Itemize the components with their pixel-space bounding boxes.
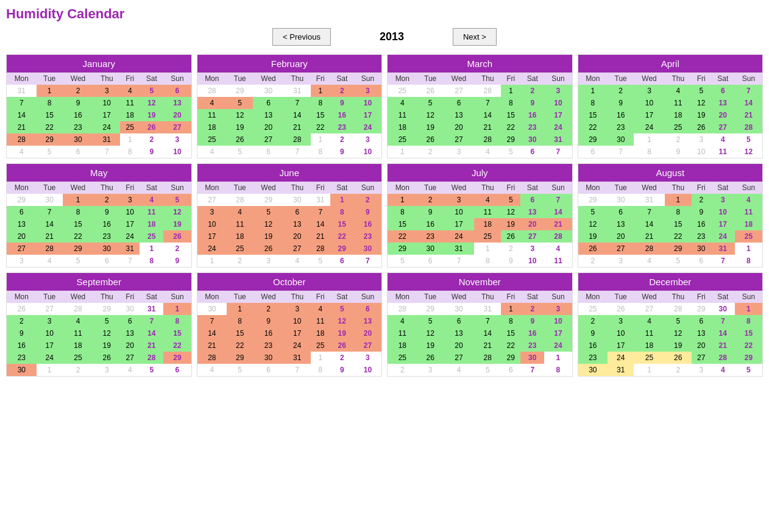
table-row: 4: [665, 85, 692, 97]
table-row: 21: [474, 339, 501, 352]
table-row: 30: [417, 243, 444, 255]
table-row: 4: [120, 364, 140, 376]
table-row: 17: [544, 327, 572, 339]
table-row: 2: [140, 133, 163, 146]
table-row: 18: [197, 121, 227, 133]
table-row: 5: [311, 255, 330, 267]
table-row: 30: [608, 194, 634, 206]
table-row: 9: [354, 206, 381, 218]
table-row: 23: [330, 121, 354, 133]
table-row: 31: [444, 243, 475, 255]
december-calendar: December MonTueWedThuFriSatSun 25 26 27 …: [578, 272, 764, 377]
table-row: 17: [284, 327, 311, 339]
table-row: 11: [634, 327, 665, 339]
table-row: 8: [501, 315, 520, 327]
april-header: April: [578, 55, 763, 73]
table-row: 30: [253, 85, 284, 97]
table-row: 7: [93, 146, 120, 158]
previous-button[interactable]: < Previous: [272, 28, 331, 46]
table-row: 24: [444, 230, 475, 243]
table-row: 7: [544, 194, 572, 206]
table-row: 14: [711, 327, 735, 339]
table-row: 2: [63, 85, 94, 97]
table-row: 30: [520, 133, 544, 146]
table-row: 8: [163, 315, 191, 327]
table-row: 8: [63, 206, 94, 218]
table-row: 7: [284, 97, 311, 109]
table-row: 2: [501, 243, 520, 255]
table-row: 13: [253, 109, 284, 121]
table-row: 28: [311, 243, 330, 255]
table-row: 7: [711, 315, 735, 327]
table-row: 24: [197, 243, 227, 255]
table-row: 19: [578, 230, 608, 243]
table-row: 22: [735, 339, 762, 352]
table-row: 6: [501, 364, 520, 376]
table-row: 15: [330, 218, 354, 230]
table-row: 5: [388, 255, 417, 267]
table-row: 26: [417, 133, 444, 146]
table-row: 7: [284, 146, 311, 158]
table-row: 3: [354, 85, 381, 97]
table-row: 4: [474, 146, 501, 158]
table-row: 11: [388, 327, 417, 339]
table-row: 11: [544, 255, 572, 267]
table-row: 12: [735, 146, 762, 158]
table-row: 23: [253, 339, 284, 352]
table-row: 20: [253, 121, 284, 133]
table-row: 19: [417, 121, 444, 133]
table-row: 21: [474, 121, 501, 133]
table-row: 16: [354, 218, 381, 230]
table-row: 5: [140, 85, 163, 97]
table-row: 2: [63, 364, 94, 376]
table-row: 23: [354, 230, 381, 243]
table-row: 4: [284, 255, 311, 267]
table-row: 27: [608, 243, 634, 255]
table-row: 30: [520, 352, 544, 364]
table-row: 25: [140, 230, 163, 243]
next-button[interactable]: Next >: [453, 28, 497, 46]
table-row: 5: [692, 85, 711, 97]
table-row: 5: [501, 146, 520, 158]
table-row: 15: [163, 327, 191, 339]
table-row: 6: [253, 146, 284, 158]
october-header: October: [197, 273, 382, 291]
table-row: 1: [735, 303, 762, 315]
table-row: 4: [444, 364, 475, 376]
table-row: 30: [608, 133, 634, 146]
table-row: 23: [578, 352, 608, 364]
table-row: 15: [227, 327, 253, 339]
table-row: 4: [197, 146, 227, 158]
table-row: 18: [474, 218, 501, 230]
table-row: 27: [163, 121, 191, 133]
table-row: 19: [417, 339, 444, 352]
table-row: 13: [444, 327, 475, 339]
august-header: August: [578, 164, 763, 182]
table-row: 28: [474, 352, 501, 364]
table-row: 31: [608, 364, 634, 376]
table-row: 28: [197, 352, 227, 364]
table-row: 20: [354, 327, 381, 339]
table-row: 5: [227, 97, 253, 109]
table-row: 31: [474, 303, 501, 315]
table-row: 25: [197, 133, 227, 146]
june-header: June: [197, 164, 382, 182]
table-row: 6: [63, 146, 94, 158]
december-header: December: [578, 273, 763, 291]
table-row: 17: [37, 339, 63, 352]
table-row: 26: [692, 121, 711, 133]
june-calendar: June MonTueWedThuFriSatSun 27 28 29 30 3…: [197, 163, 383, 268]
table-row: 28: [544, 230, 572, 243]
may-calendar: May MonTueWedThuFriSatSun 29 30 1 2 3 4 …: [6, 163, 192, 268]
table-row: 9: [608, 97, 634, 109]
table-row: 31: [120, 243, 140, 255]
table-row: 13: [354, 315, 381, 327]
table-row: 11: [388, 109, 417, 121]
table-row: 22: [227, 339, 253, 352]
table-row: 3: [417, 364, 444, 376]
table-row: 1: [501, 303, 520, 315]
table-row: 20: [163, 109, 191, 121]
january-calendar: January MonTueWedThuFriSatSun 31 1 2 3 4…: [6, 54, 192, 158]
table-row: 7: [711, 255, 735, 267]
table-row: 4: [711, 133, 735, 146]
